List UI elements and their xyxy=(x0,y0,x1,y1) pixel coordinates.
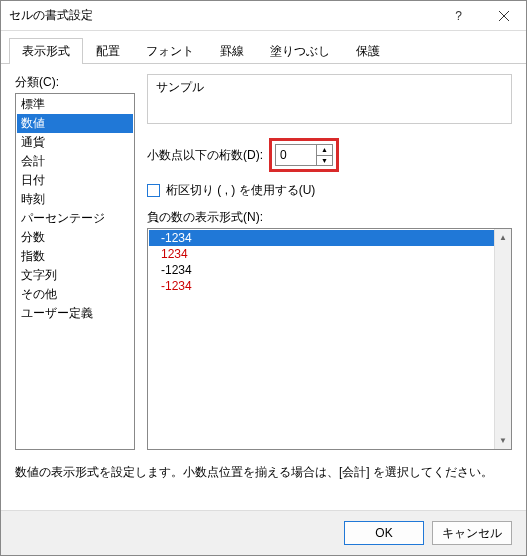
list-item[interactable]: 会計 xyxy=(17,152,133,171)
list-item[interactable]: ユーザー定義 xyxy=(17,304,133,323)
button-label: キャンセル xyxy=(442,525,502,542)
list-item[interactable]: -1234 xyxy=(149,230,510,246)
list-item[interactable]: 数値 xyxy=(17,114,133,133)
negative-label: 負の数の表示形式(N): xyxy=(147,209,512,226)
main-row: 分類(C): 標準 数値 通貨 会計 日付 時刻 パーセンテージ 分数 指数 文… xyxy=(15,74,512,450)
list-item[interactable]: 日付 xyxy=(17,171,133,190)
spinner-down[interactable]: ▼ xyxy=(317,156,332,166)
list-item[interactable]: 標準 xyxy=(17,95,133,114)
list-item[interactable]: 文字列 xyxy=(17,266,133,285)
tab-label: 保護 xyxy=(356,44,380,58)
window-title: セルの書式設定 xyxy=(9,7,436,24)
tabstrip: 表示形式 配置 フォント 罫線 塗りつぶし 保護 xyxy=(1,31,526,64)
tab-font[interactable]: フォント xyxy=(133,38,207,64)
scroll-track[interactable] xyxy=(495,246,511,432)
scroll-down-icon[interactable]: ▼ xyxy=(495,432,511,449)
scroll-up-icon[interactable]: ▲ xyxy=(495,229,511,246)
category-list[interactable]: 標準 数値 通貨 会計 日付 時刻 パーセンテージ 分数 指数 文字列 その他 … xyxy=(15,93,135,450)
scrollbar[interactable]: ▲ ▼ xyxy=(494,229,511,449)
list-item[interactable]: 指数 xyxy=(17,247,133,266)
list-item[interactable]: -1234 xyxy=(149,262,510,278)
dialog-cell-format: セルの書式設定 ? 表示形式 配置 フォント 罫線 塗りつぶし 保護 分類(C)… xyxy=(0,0,527,556)
help-button[interactable]: ? xyxy=(436,1,481,31)
decimal-label: 小数点以下の桁数(D): xyxy=(147,147,263,164)
help-icon: ? xyxy=(455,9,462,23)
tab-fill[interactable]: 塗りつぶし xyxy=(257,38,343,64)
sample-box: サンプル xyxy=(147,74,512,124)
tab-label: フォント xyxy=(146,44,194,58)
category-column: 分類(C): 標準 数値 通貨 会計 日付 時刻 パーセンテージ 分数 指数 文… xyxy=(15,74,135,450)
highlight-box: ▲ ▼ xyxy=(269,138,339,172)
tab-label: 配置 xyxy=(96,44,120,58)
list-item[interactable]: 1234 xyxy=(149,246,510,262)
spinner-arrows: ▲ ▼ xyxy=(316,145,332,165)
description-text: 数値の表示形式を設定します。小数点位置を揃える場合は、[会計] を選択してくださ… xyxy=(15,464,512,500)
category-label: 分類(C): xyxy=(15,74,135,91)
dialog-footer: OK キャンセル xyxy=(1,510,526,555)
decimal-row: 小数点以下の桁数(D): ▲ ▼ xyxy=(147,138,512,172)
list-item[interactable]: 通貨 xyxy=(17,133,133,152)
separator-row: 桁区切り ( , ) を使用する(U) xyxy=(147,182,512,199)
ok-button[interactable]: OK xyxy=(344,521,424,545)
list-item[interactable]: 分数 xyxy=(17,228,133,247)
sample-label: サンプル xyxy=(156,79,503,96)
close-button[interactable] xyxy=(481,1,526,31)
list-item[interactable]: パーセンテージ xyxy=(17,209,133,228)
titlebar: セルの書式設定 ? xyxy=(1,1,526,31)
tab-alignment[interactable]: 配置 xyxy=(83,38,133,64)
tab-protection[interactable]: 保護 xyxy=(343,38,393,64)
tab-label: 罫線 xyxy=(220,44,244,58)
list-item[interactable]: その他 xyxy=(17,285,133,304)
options-column: サンプル 小数点以下の桁数(D): ▲ ▼ xyxy=(147,74,512,450)
negative-list[interactable]: -1234 1234 -1234 -1234 ▲ ▼ xyxy=(147,228,512,450)
spinner-up[interactable]: ▲ xyxy=(317,145,332,156)
tab-border[interactable]: 罫線 xyxy=(207,38,257,64)
button-label: OK xyxy=(375,526,392,540)
tab-label: 塗りつぶし xyxy=(270,44,330,58)
tab-label: 表示形式 xyxy=(22,44,70,58)
cancel-button[interactable]: キャンセル xyxy=(432,521,512,545)
separator-checkbox[interactable] xyxy=(147,184,160,197)
tab-content: 分類(C): 標準 数値 通貨 会計 日付 時刻 パーセンテージ 分数 指数 文… xyxy=(1,64,526,510)
decimal-input[interactable] xyxy=(276,145,316,165)
decimal-spinner: ▲ ▼ xyxy=(275,144,333,166)
list-item[interactable]: 時刻 xyxy=(17,190,133,209)
close-icon xyxy=(499,11,509,21)
separator-label: 桁区切り ( , ) を使用する(U) xyxy=(166,182,315,199)
tab-number-format[interactable]: 表示形式 xyxy=(9,38,83,64)
list-item[interactable]: -1234 xyxy=(149,278,510,294)
